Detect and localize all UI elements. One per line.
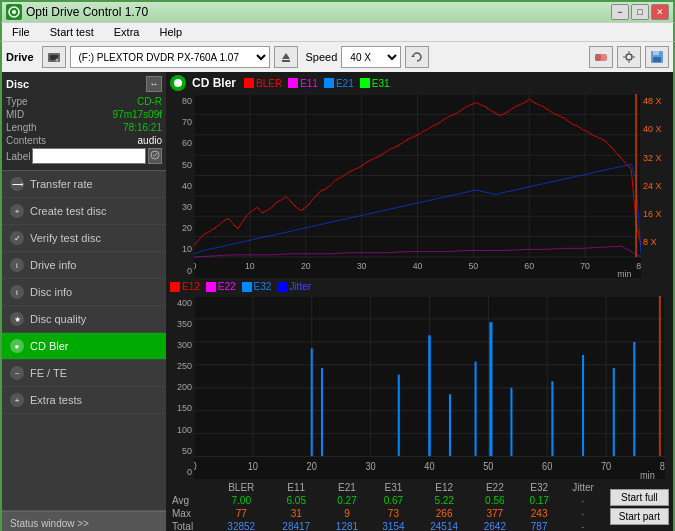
- max-e31: 73: [370, 507, 416, 520]
- max-e32: 243: [518, 507, 560, 520]
- nav-cd-bler[interactable]: ● CD Bler: [2, 333, 166, 360]
- disc-info-icon: i: [10, 285, 24, 299]
- menu-extra[interactable]: Extra: [108, 24, 146, 40]
- svg-text:0: 0: [194, 459, 197, 472]
- svg-text:10: 10: [245, 260, 255, 271]
- legend-e12-label: E12: [182, 281, 200, 292]
- disc-panel-btn[interactable]: ↔: [146, 76, 162, 92]
- svg-text:40: 40: [424, 459, 434, 472]
- maximize-button[interactable]: □: [631, 4, 649, 20]
- svg-rect-17: [653, 57, 661, 62]
- svg-text:min: min: [640, 468, 655, 479]
- col-e12: E12: [417, 481, 472, 494]
- nav-create-test-label: Create test disc: [30, 205, 106, 217]
- nav-fe-te-label: FE / TE: [30, 367, 67, 379]
- disc-length-label: Length: [6, 122, 37, 133]
- max-bler: 77: [214, 507, 269, 520]
- svg-text:50: 50: [483, 459, 493, 472]
- avg-e12: 5.22: [417, 494, 472, 507]
- nav-transfer-rate[interactable]: ⟶ Transfer rate: [2, 171, 166, 198]
- nav-disc-quality-label: Disc quality: [30, 313, 86, 325]
- disc-quality-icon: ★: [10, 312, 24, 326]
- nav-drive-info[interactable]: i Drive info: [2, 252, 166, 279]
- svg-text:50: 50: [469, 260, 479, 271]
- table-header-row: BLER E11 E21 E31 E12 E22 E32 Jitter: [166, 481, 606, 494]
- legend-e32: E32: [242, 281, 272, 292]
- table-row-total: Total 32852 28417 1281 3154 24514 2642 7…: [166, 520, 606, 531]
- bottom-chart-area: 0 10 20 30 40 50 60 70 80 min: [194, 296, 665, 480]
- disc-mid-row: MID 97m17s09f: [6, 109, 162, 120]
- status-window-btn[interactable]: Status window >>: [2, 511, 166, 531]
- fe-te-icon: ~: [10, 366, 24, 380]
- nav-fe-te[interactable]: ~ FE / TE: [2, 360, 166, 387]
- legend-bler-color: [244, 78, 254, 88]
- main-content: Disc ↔ Type CD-R MID 97m17s09f Length 78…: [0, 72, 675, 531]
- nav-drive-info-label: Drive info: [30, 259, 76, 271]
- disc-length-value: 78:16:21: [123, 122, 162, 133]
- disc-type-value: CD-R: [137, 96, 162, 107]
- total-e11: 28417: [269, 520, 324, 531]
- svg-point-4: [55, 59, 58, 62]
- start-part-button[interactable]: Start part: [610, 508, 669, 525]
- svg-rect-9: [595, 54, 601, 61]
- speed-select[interactable]: 40 X: [341, 46, 401, 68]
- top-y-axis: 80 70 60 50 40 30 20 10 0: [166, 94, 194, 278]
- top-chart-svg: 0 10 20 30 40 50 60 70 80 min: [194, 94, 641, 278]
- table-row-avg: Avg 7.00 6.05 0.27 0.67 5.22 0.56 0.17 -: [166, 494, 606, 507]
- sidebar-status: Status window >>: [2, 510, 166, 531]
- legend-e31: E31: [360, 78, 390, 89]
- svg-point-1: [12, 10, 16, 14]
- svg-rect-11: [629, 51, 630, 53]
- legend-e21-label: E21: [336, 78, 354, 89]
- svg-text:0: 0: [194, 260, 196, 271]
- minimize-button[interactable]: −: [611, 4, 629, 20]
- chart-title-icon: [170, 75, 186, 91]
- menu-help[interactable]: Help: [153, 24, 188, 40]
- save-button[interactable]: [645, 46, 669, 68]
- disc-length-row: Length 78:16:21: [6, 122, 162, 133]
- legend-e21-color: [324, 78, 334, 88]
- top-legend: BLER E11 E21 E31: [244, 78, 390, 89]
- col-e11: E11: [269, 481, 324, 494]
- start-full-button[interactable]: Start full: [610, 489, 669, 506]
- window-title: Opti Drive Control 1.70: [26, 5, 148, 19]
- legend-bler: BLER: [244, 78, 282, 89]
- col-jitter: Jitter: [560, 481, 606, 494]
- nav-disc-quality[interactable]: ★ Disc quality: [2, 306, 166, 333]
- disc-contents-value: audio: [138, 135, 162, 146]
- close-button[interactable]: ✕: [651, 4, 669, 20]
- menu-start-test[interactable]: Start test: [44, 24, 100, 40]
- legend-jitter: Jitter: [277, 281, 311, 292]
- col-e31: E31: [370, 481, 416, 494]
- disc-mid-value: 97m17s09f: [113, 109, 162, 120]
- nav-create-test-disc[interactable]: + Create test disc: [2, 198, 166, 225]
- settings-button[interactable]: [617, 46, 641, 68]
- legend-e12-color: [170, 282, 180, 292]
- menu-file[interactable]: File: [6, 24, 36, 40]
- avg-e11: 6.05: [269, 494, 324, 507]
- drive-select[interactable]: (F:) PLEXTOR DVDR PX-760A 1.07: [70, 46, 270, 68]
- nav-cd-bler-label: CD Bler: [30, 340, 69, 352]
- svg-text:60: 60: [524, 260, 534, 271]
- nav-disc-info[interactable]: i Disc info: [2, 279, 166, 306]
- total-e22: 2642: [472, 520, 518, 531]
- drive-icon-btn[interactable]: [42, 46, 66, 68]
- legend-e21: E21: [324, 78, 354, 89]
- data-table-area: BLER E11 E21 E31 E12 E22 E32 Jitter: [166, 479, 606, 531]
- nav-verify-test-disc[interactable]: ✓ Verify test disc: [2, 225, 166, 252]
- disc-label-input[interactable]: [32, 148, 146, 164]
- total-e32: 787: [518, 520, 560, 531]
- eraser-button[interactable]: [589, 46, 613, 68]
- svg-rect-13: [623, 57, 625, 58]
- nav-verify-label: Verify test disc: [30, 232, 101, 244]
- nav-extra-tests[interactable]: + Extra tests: [2, 387, 166, 414]
- disc-label-btn[interactable]: [148, 148, 162, 164]
- legend-e11: E11: [288, 78, 318, 89]
- total-jitter: -: [560, 520, 606, 531]
- legend-e12: E12: [170, 281, 200, 292]
- sidebar: Disc ↔ Type CD-R MID 97m17s09f Length 78…: [2, 72, 166, 531]
- refresh-button[interactable]: [405, 46, 429, 68]
- max-label: Max: [166, 507, 214, 520]
- eject-button[interactable]: [274, 46, 298, 68]
- bottom-legend-bar: E12 E22 E32 Jitter: [166, 278, 673, 296]
